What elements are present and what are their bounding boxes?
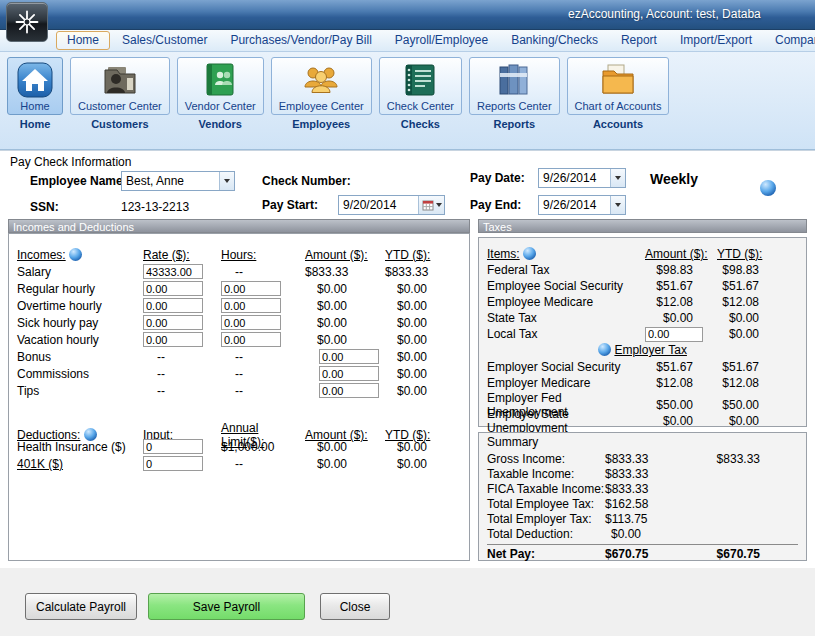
pay-date-value: 9/26/2014 bbox=[539, 171, 610, 185]
ytd-value: $0.00 bbox=[385, 367, 457, 381]
employees-icon bbox=[301, 61, 341, 99]
amount-value: $0.00 bbox=[305, 457, 385, 471]
vendors-sublabel: Vendors bbox=[199, 118, 242, 130]
tax-ytd: $12.08 bbox=[717, 376, 795, 390]
income-label: Bonus bbox=[17, 350, 143, 364]
reports-sublabel: Reports bbox=[493, 118, 535, 130]
pay-end-value: 9/26/2014 bbox=[539, 198, 610, 212]
tax-row-federal: Federal Tax $98.83 $98.83 bbox=[479, 262, 806, 278]
pay-end-select[interactable]: 9/26/2014 bbox=[538, 195, 626, 215]
pay-start-label: Pay Start: bbox=[262, 198, 318, 212]
local-tax-input[interactable] bbox=[645, 327, 703, 342]
tax-amount: $51.67 bbox=[645, 360, 717, 374]
employer-tax-help-globe-icon[interactable] bbox=[598, 343, 611, 356]
amount-value: $0.00 bbox=[305, 282, 385, 296]
pay-date-dropdown-arrow[interactable] bbox=[610, 169, 625, 187]
tab-home[interactable]: Home bbox=[56, 31, 110, 50]
regular-hourly-rate-input[interactable] bbox=[143, 281, 203, 296]
salary-rate-input[interactable] bbox=[143, 264, 203, 279]
amount-cell bbox=[305, 349, 385, 364]
tax-label: Local Tax bbox=[487, 327, 645, 341]
tax-row-employer-social-security: Employer Social Security $51.67 $51.67 bbox=[479, 359, 806, 375]
employees-sublabel: Employees bbox=[292, 118, 350, 130]
incomes-help-globe-icon[interactable] bbox=[69, 248, 82, 261]
calculate-payroll-button[interactable]: Calculate Payroll bbox=[25, 593, 137, 620]
tab-company[interactable]: Company bbox=[764, 31, 815, 50]
income-label: Regular hourly bbox=[17, 282, 143, 296]
overtime-hourly-rate-input[interactable] bbox=[143, 298, 203, 313]
tax-ytd: $51.67 bbox=[717, 360, 795, 374]
employee-name-value: Best, Anne bbox=[122, 174, 219, 188]
hours-cell bbox=[221, 332, 305, 347]
income-label: Commissions bbox=[17, 367, 143, 381]
tax-ytd: $0.00 bbox=[717, 311, 795, 325]
checks-sublabel: Checks bbox=[401, 118, 440, 130]
taxes-help-globe-icon[interactable] bbox=[523, 247, 536, 260]
input-cell bbox=[143, 439, 221, 454]
sick-hourly-rate-input[interactable] bbox=[143, 315, 203, 330]
incomes-column-header: Incomes: bbox=[17, 248, 143, 262]
vacation-hourly-hours-input[interactable] bbox=[221, 332, 281, 347]
tax-label: Employee Social Security bbox=[487, 279, 645, 293]
close-button[interactable]: Close bbox=[320, 593, 390, 620]
tips-amount-input[interactable] bbox=[319, 383, 379, 398]
toolbar-item-reports-center: Reports Center Reports bbox=[469, 57, 560, 130]
401k-input[interactable] bbox=[143, 456, 203, 471]
overtime-hourly-hours-input[interactable] bbox=[221, 298, 281, 313]
employee-name-select[interactable]: Best, Anne bbox=[121, 171, 235, 191]
vendor-center-button[interactable]: Vendor Center bbox=[177, 57, 264, 115]
tab-report[interactable]: Report bbox=[610, 31, 668, 50]
employer-tax-header: Employer Tax bbox=[479, 342, 806, 359]
commissions-amount-input[interactable] bbox=[319, 366, 379, 381]
home-button[interactable]: Home bbox=[7, 57, 63, 115]
pay-end-dropdown-arrow[interactable] bbox=[610, 196, 625, 214]
summary-row-taxable-income: Taxable Income: $833.33 bbox=[479, 466, 806, 481]
rate-cell: -- bbox=[143, 384, 221, 398]
home-icon bbox=[15, 61, 55, 99]
taxes-panel: Items: Amount ($): YTD ($): Federal Tax … bbox=[478, 237, 807, 427]
check-center-button[interactable]: Check Center bbox=[379, 57, 462, 115]
tax-ytd: $51.67 bbox=[717, 279, 795, 293]
bonus-amount-input[interactable] bbox=[319, 349, 379, 364]
pay-start-calendar-button[interactable] bbox=[418, 196, 444, 214]
save-payroll-button[interactable]: Save Payroll bbox=[148, 593, 305, 620]
health-insurance-input[interactable] bbox=[143, 439, 203, 454]
tab-import-export[interactable]: Import/Export bbox=[669, 31, 763, 50]
chart-of-accounts-button[interactable]: Chart of Accounts bbox=[567, 57, 670, 115]
summary-label: Net Pay: bbox=[487, 547, 605, 561]
summary-value: $670.75 bbox=[605, 547, 653, 561]
home-button-label: Home bbox=[20, 100, 49, 112]
ytd-value: $0.00 bbox=[385, 299, 457, 313]
tab-sales-customer[interactable]: Sales/Customer bbox=[111, 31, 218, 50]
app-star-icon bbox=[12, 7, 42, 37]
pay-date-select[interactable]: 9/26/2014 bbox=[538, 168, 626, 188]
regular-hourly-hours-input[interactable] bbox=[221, 281, 281, 296]
items-column-header: Items: bbox=[487, 247, 645, 261]
deduction-row-health-insurance: Health Insurance ($) $1,000.00 $0.00 $0.… bbox=[9, 438, 469, 455]
toolbar-item-check-center: Check Center Checks bbox=[379, 57, 462, 130]
customer-center-button[interactable]: Customer Center bbox=[70, 57, 170, 115]
tab-purchases-vendor-pay-bill[interactable]: Purchases/Vendor/Pay Bill bbox=[219, 31, 382, 50]
pay-start-datepicker[interactable]: 9/20/2014 bbox=[338, 195, 445, 215]
tab-payroll-employee[interactable]: Payroll/Employee bbox=[384, 31, 499, 50]
amount-value: $0.00 bbox=[305, 299, 385, 313]
sick-hourly-hours-input[interactable] bbox=[221, 315, 281, 330]
pay-frequency-label: Weekly bbox=[650, 171, 698, 187]
rate-cell: -- bbox=[143, 350, 221, 364]
reports-center-button[interactable]: Reports Center bbox=[469, 57, 560, 115]
tab-banking-checks[interactable]: Banking/Checks bbox=[500, 31, 609, 50]
employee-name-dropdown-arrow[interactable] bbox=[219, 172, 234, 190]
toolbar-item-chart-of-accounts: Chart of Accounts Accounts bbox=[567, 57, 670, 130]
amount-cell bbox=[305, 366, 385, 381]
deduction-label: 401K ($) bbox=[17, 457, 143, 471]
employee-center-button[interactable]: Employee Center bbox=[271, 57, 372, 115]
tax-amount: $0.00 bbox=[645, 311, 717, 325]
help-globe-icon[interactable] bbox=[760, 180, 776, 196]
vacation-hourly-rate-input[interactable] bbox=[143, 332, 203, 347]
ytd-column-header: YTD ($): bbox=[385, 248, 457, 262]
summary-ytd-value: $833.33 bbox=[653, 452, 806, 466]
ytd-value: $0.00 bbox=[385, 384, 457, 398]
hours-cell bbox=[221, 315, 305, 330]
tax-amount: $12.08 bbox=[645, 295, 717, 309]
app-logo-button[interactable] bbox=[6, 2, 48, 42]
